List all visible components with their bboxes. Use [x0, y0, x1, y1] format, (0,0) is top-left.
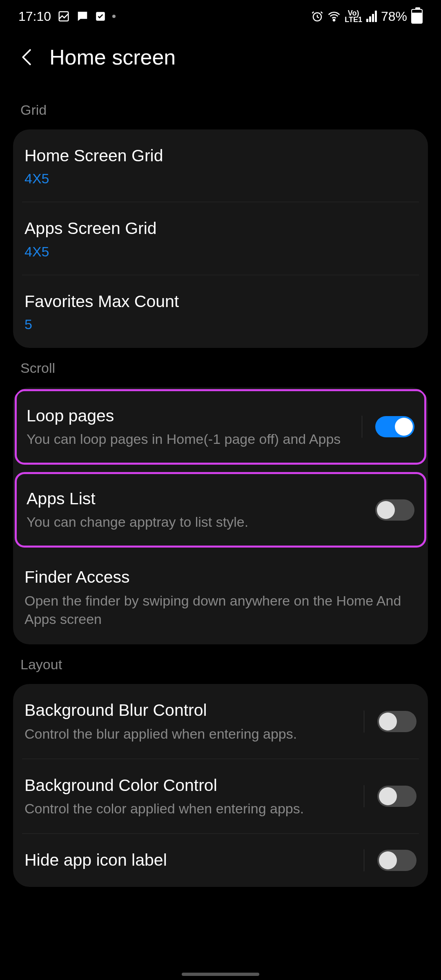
item-title: Hide app icon label [24, 849, 356, 871]
page-header: Home screen [0, 33, 441, 90]
toggle-divider [362, 416, 362, 438]
loop-pages-highlight: Loop pages You can loop pages in Home(-1… [15, 389, 426, 465]
item-description: Open the finder by swiping down anywhere… [24, 592, 416, 629]
item-title: Home Screen Grid [24, 145, 416, 167]
status-time: 17:10 [18, 9, 51, 24]
background-color-item[interactable]: Background Color Control Control the col… [13, 759, 428, 834]
section-label-grid: Grid [13, 90, 428, 129]
item-title: Background Blur Control [24, 699, 356, 721]
grid-section-card: Home Screen Grid 4X5 Apps Screen Grid 4X… [13, 129, 428, 348]
svg-point-3 [333, 19, 335, 21]
apps-list-toggle[interactable] [375, 499, 414, 521]
battery-icon [411, 9, 423, 24]
background-color-toggle[interactable] [377, 786, 416, 807]
gesture-handle[interactable] [182, 973, 259, 976]
layout-section-card: Background Blur Control Control the blur… [13, 684, 428, 886]
back-button[interactable] [18, 49, 35, 65]
favorites-max-count-item[interactable]: Favorites Max Count 5 [13, 275, 428, 348]
wifi-icon [327, 10, 341, 23]
item-value: 4X5 [24, 244, 416, 260]
item-value: 5 [24, 316, 416, 332]
message-icon [76, 10, 89, 22]
toggle-divider [364, 849, 364, 871]
finder-access-item[interactable]: Finder Access Open the finder by swiping… [13, 551, 428, 644]
signal-icon [366, 11, 377, 22]
scroll-section-card: Loop pages You can loop pages in Home(-1… [13, 388, 428, 644]
loop-pages-item[interactable]: Loop pages You can loop pages in Home(-1… [17, 391, 424, 463]
toggle-divider [364, 710, 364, 733]
background-blur-item[interactable]: Background Blur Control Control the blur… [13, 684, 428, 759]
notification-dot-icon [112, 15, 116, 18]
status-bar: 17:10 Vo)LTE1 78% [0, 0, 441, 33]
item-title: Finder Access [24, 566, 416, 588]
lte-icon: Vo)LTE1 [345, 10, 362, 23]
image-icon [58, 10, 70, 22]
alarm-icon [311, 10, 323, 22]
loop-pages-toggle[interactable] [375, 416, 414, 437]
section-label-layout: Layout [13, 644, 428, 684]
svg-rect-0 [59, 12, 69, 21]
toggle-divider [364, 785, 364, 807]
hide-app-icon-label-toggle[interactable] [377, 850, 416, 871]
item-description: Control the color applied when entering … [24, 800, 356, 818]
apps-list-highlight: Apps List You can change apptray to list… [15, 472, 426, 548]
status-left: 17:10 [18, 9, 116, 24]
apps-screen-grid-item[interactable]: Apps Screen Grid 4X5 [13, 202, 428, 275]
home-screen-grid-item[interactable]: Home Screen Grid 4X5 [13, 129, 428, 202]
item-title: Loop pages [27, 405, 354, 427]
section-label-scroll: Scroll [13, 348, 428, 388]
page-title: Home screen [49, 45, 176, 69]
item-description: You can loop pages in Home(-1 page off) … [27, 430, 354, 449]
status-right: Vo)LTE1 78% [311, 9, 423, 24]
item-title: Favorites Max Count [24, 291, 416, 312]
apps-list-item[interactable]: Apps List You can change apptray to list… [17, 474, 424, 546]
item-description: Control the blur applied when entering a… [24, 725, 356, 744]
item-title: Apps Screen Grid [24, 218, 416, 239]
item-value: 4X5 [24, 171, 416, 187]
background-blur-toggle[interactable] [377, 711, 416, 732]
hide-app-icon-label-item[interactable]: Hide app icon label [13, 834, 428, 887]
battery-percent: 78% [381, 9, 407, 24]
item-description: You can change apptray to list style. [27, 513, 367, 532]
checkbox-icon [95, 11, 106, 22]
item-title: Apps List [27, 488, 367, 510]
item-title: Background Color Control [24, 775, 356, 796]
